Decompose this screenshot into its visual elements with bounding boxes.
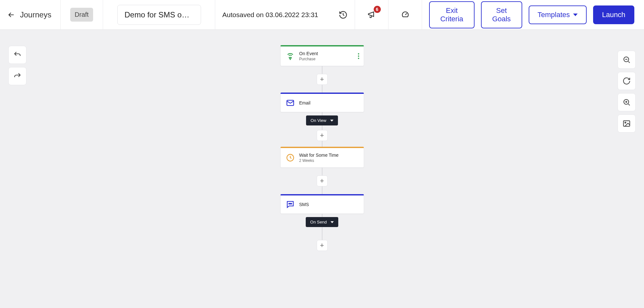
connector	[322, 168, 322, 175]
sms-icon	[286, 200, 295, 209]
speed-cell	[389, 0, 422, 29]
condition-chip-on-send[interactable]: On Send	[306, 217, 338, 227]
svg-point-7	[290, 204, 290, 204]
announce-button[interactable]: 6	[367, 10, 376, 20]
connector	[322, 227, 322, 240]
condition-chip-on-view[interactable]: On View	[306, 115, 338, 125]
node-title: Wait for Some Time	[299, 153, 339, 158]
notification-badge: 6	[374, 6, 381, 13]
autosave-text: Autosaved on 03.06.2022 23:31	[222, 11, 329, 19]
templates-button[interactable]: Templates	[529, 5, 587, 24]
event-icon	[286, 52, 295, 61]
undo-redo-panel	[8, 46, 26, 85]
clock-icon	[286, 153, 295, 162]
name-cell: Demo for SMS on Archit	[103, 0, 215, 29]
chip-label: On View	[311, 118, 326, 123]
zoom-in-button[interactable]	[618, 93, 636, 111]
node-sms[interactable]: SMS	[280, 194, 364, 214]
journey-name-input[interactable]: Demo for SMS on Archit	[117, 5, 201, 25]
announce-cell: 6	[355, 0, 389, 29]
svg-point-8	[291, 204, 292, 204]
add-step-button[interactable]: +	[317, 240, 328, 251]
reset-zoom-button[interactable]	[618, 72, 636, 90]
node-wait[interactable]: Wait for Some Time 2 Weeks	[280, 147, 364, 168]
chevron-down-icon	[330, 120, 333, 122]
zoom-out-icon	[622, 55, 631, 64]
history-icon[interactable]	[339, 10, 348, 19]
chip-label: On Send	[310, 220, 327, 224]
launch-button[interactable]: Launch	[593, 5, 634, 24]
back-arrow-icon[interactable]	[7, 11, 15, 19]
node-title: SMS	[299, 202, 309, 207]
svg-point-3	[625, 122, 626, 123]
breadcrumb[interactable]: Journeys	[20, 10, 51, 19]
status-cell: Draft	[61, 0, 103, 29]
exit-criteria-button[interactable]: Exit Criteria	[429, 1, 475, 28]
gauge-icon[interactable]	[401, 10, 410, 19]
node-menu-button[interactable]	[358, 53, 359, 59]
actions-cell: Exit Criteria Set Goals Templates Launch	[422, 0, 644, 29]
status-badge: Draft	[70, 8, 93, 22]
add-step-button[interactable]: +	[317, 175, 328, 186]
autosave-cell: Autosaved on 03.06.2022 23:31	[215, 0, 355, 29]
undo-icon	[13, 51, 22, 59]
undo-button[interactable]	[8, 46, 26, 64]
zoom-panel	[618, 51, 636, 133]
refresh-icon	[622, 77, 631, 85]
set-goals-button[interactable]: Set Goals	[481, 1, 522, 28]
templates-label: Templates	[538, 11, 570, 19]
zoom-out-button[interactable]	[618, 51, 636, 69]
zoom-in-icon	[622, 98, 631, 106]
node-title: On Event	[299, 51, 318, 56]
svg-point-6	[289, 204, 289, 204]
connector	[322, 125, 322, 130]
image-icon	[622, 119, 631, 128]
redo-button[interactable]	[8, 67, 26, 85]
add-step-button[interactable]: +	[317, 130, 328, 141]
node-subtitle: Purchase	[299, 57, 318, 61]
app-header: Journeys Draft Demo for SMS on Archit Au…	[0, 0, 644, 30]
mail-icon	[286, 98, 295, 107]
chevron-down-icon	[331, 221, 334, 223]
canvas[interactable]: On Event Purchase + Email On View + W	[0, 30, 644, 308]
chevron-down-icon	[573, 14, 578, 16]
connector	[322, 214, 322, 217]
journey-flow: On Event Purchase + Email On View + W	[280, 45, 364, 251]
add-step-button[interactable]: +	[317, 74, 328, 85]
connector	[322, 186, 322, 194]
node-subtitle: 2 Weeks	[299, 158, 339, 163]
node-title: Email	[299, 100, 311, 105]
node-on-event[interactable]: On Event Purchase	[280, 45, 364, 66]
redo-icon	[13, 72, 22, 80]
connector	[322, 85, 322, 93]
export-image-button[interactable]	[618, 114, 636, 133]
node-email[interactable]: Email	[280, 93, 364, 112]
connector	[322, 141, 322, 147]
connector	[322, 112, 322, 115]
breadcrumb-cell: Journeys	[0, 0, 61, 29]
connector	[322, 66, 322, 74]
